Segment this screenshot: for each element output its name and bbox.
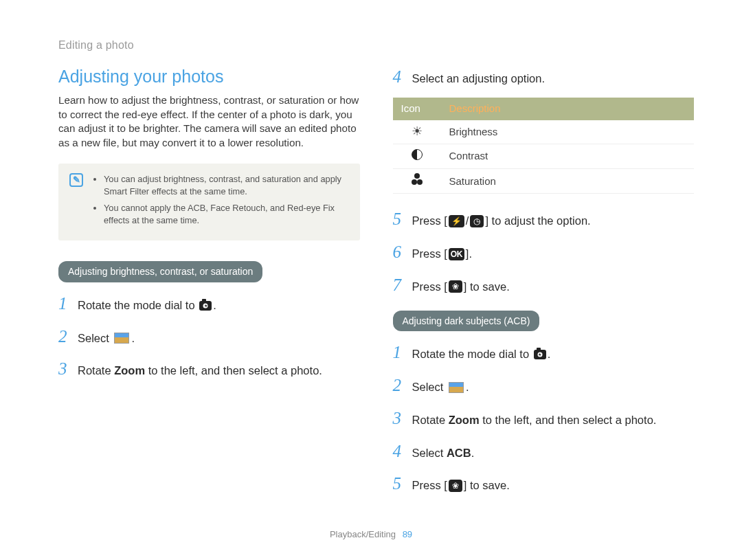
acb-step-3: 3 Rotate Zoom to the left, and then sele… — [393, 407, 695, 430]
timer-icon: ◷ — [470, 215, 484, 227]
step-text: Select — [412, 447, 447, 459]
step-text: ]. — [466, 247, 472, 260]
table-cell: Contrast — [441, 144, 695, 168]
table-cell: Brightness — [441, 120, 695, 144]
edit-icon — [114, 333, 129, 344]
macro-icon: ❀ — [449, 480, 462, 492]
step-5: 5 Press [⚡/◷] to adjust the option. — [393, 208, 695, 231]
step-number: 6 — [393, 240, 412, 264]
brightness-icon — [412, 125, 423, 137]
subheading-pill: Adjusting brightness, contrast, or satur… — [58, 261, 262, 282]
acb-bold: ACB — [447, 447, 471, 459]
step-4: 4 Select an adjusting option. — [393, 65, 695, 89]
acb-step-2: 2 Select . — [393, 374, 695, 397]
step-text: ] to save. — [464, 479, 510, 491]
ok-icon: OK — [449, 248, 464, 260]
zoom-bold: Zoom — [114, 364, 145, 377]
left-column: Adjusting your photos Learn how to adjus… — [58, 65, 360, 506]
right-column: 4 Select an adjusting option. Icon Descr… — [393, 65, 695, 506]
footer-section: Playback/Editing — [330, 529, 396, 539]
options-table: Icon Description Brightness Contrast Sat… — [393, 98, 695, 194]
table-row: Brightness — [393, 120, 695, 144]
table-header-icon: Icon — [393, 98, 441, 120]
flash-icon: ⚡ — [449, 215, 464, 227]
step-text: Select — [78, 332, 112, 344]
step-2: 2 Select . — [58, 325, 360, 348]
intro-text: Learn how to adjust the brightness, cont… — [58, 93, 360, 150]
acb-step-1: 1 Rotate the mode dial to ★. — [393, 341, 695, 364]
step-list-right-b: 5 Press [⚡/◷] to adjust the option. 6 Pr… — [393, 208, 695, 296]
note-item: You cannot apply the ACB, Face Retouch, … — [104, 202, 349, 227]
step-number: 5 — [393, 472, 412, 495]
step-text: . — [471, 447, 475, 459]
step-number: 1 — [58, 292, 78, 315]
note-box: ✎ You can adjust brightness, contrast, a… — [58, 164, 360, 240]
page-number: 89 — [403, 529, 412, 539]
step-text: Press [ — [412, 247, 447, 260]
mode-icon: ★ — [534, 350, 546, 359]
step-1: 1 Rotate the mode dial to ★. — [58, 292, 360, 315]
step-text: Select an adjusting option. — [412, 71, 546, 87]
mode-icon: ★ — [199, 301, 212, 311]
step-number: 3 — [393, 407, 412, 430]
table-row: Contrast — [393, 144, 695, 168]
step-text: Rotate the mode dial to — [412, 348, 532, 360]
subheading-pill: Adjusting dark subjects (ACB) — [393, 311, 540, 332]
table-row: Saturation — [393, 169, 695, 194]
saturation-icon — [410, 174, 424, 185]
step-number: 2 — [393, 374, 412, 397]
step-list-left: 1 Rotate the mode dial to ★. 2 Select . … — [58, 292, 360, 381]
note-item: You can adjust brightness, contrast, and… — [104, 173, 349, 198]
acb-step-5: 5 Press [❀] to save. — [393, 472, 695, 495]
step-7: 7 Press [❀] to save. — [393, 273, 695, 297]
edit-icon — [449, 382, 464, 393]
content-columns: Adjusting your photos Learn how to adjus… — [58, 65, 694, 506]
section-title: Adjusting your photos — [58, 65, 360, 89]
note-icon: ✎ — [69, 173, 83, 187]
step-list-right-a: 4 Select an adjusting option. — [393, 65, 695, 89]
step-text: Press [ — [412, 214, 447, 227]
contrast-icon — [412, 149, 423, 160]
step-number: 4 — [393, 65, 412, 89]
page-footer: Playback/Editing 89 — [0, 528, 742, 541]
step-text: Press [ — [412, 280, 447, 293]
step-6: 6 Press [OK]. — [393, 240, 695, 264]
step-text: Rotate — [78, 364, 114, 377]
step-number: 3 — [58, 357, 78, 381]
step-number: 2 — [58, 325, 78, 348]
step-3: 3 Rotate Zoom to the left, and then sele… — [58, 357, 360, 381]
table-header-desc: Description — [441, 98, 695, 120]
zoom-bold: Zoom — [449, 414, 480, 426]
step-text: Press [ — [412, 479, 447, 491]
macro-icon: ❀ — [449, 280, 462, 293]
step-number: 1 — [393, 341, 412, 364]
step-number: 5 — [393, 208, 412, 231]
step-number: 4 — [393, 440, 412, 463]
step-text: to the left, and then select a photo. — [145, 364, 322, 377]
step-list-acb: 1 Rotate the mode dial to ★. 2 Select . … — [393, 341, 695, 495]
step-number: 7 — [393, 273, 412, 297]
step-text: Select — [412, 381, 447, 393]
step-text: Rotate — [412, 414, 449, 426]
table-cell: Saturation — [441, 169, 695, 194]
acb-step-4: 4 Select ACB. — [393, 440, 695, 463]
step-text: to the left, and then select a photo. — [480, 414, 657, 426]
step-text: ] to adjust the option. — [485, 214, 590, 227]
step-text: Rotate the mode dial to — [78, 299, 198, 311]
step-text: ] to save. — [464, 280, 510, 293]
breadcrumb: Editing a photo — [58, 38, 694, 53]
